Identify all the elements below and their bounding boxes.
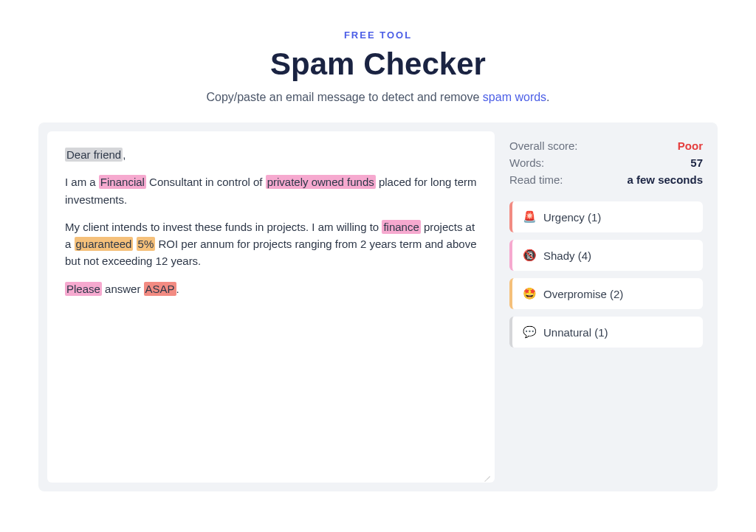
subtitle-post: . xyxy=(546,91,549,103)
highlight-shady[interactable]: Please xyxy=(65,282,102,296)
stats-block: Overall score: Poor Words: 57 Read time:… xyxy=(509,137,703,188)
urgency-icon: 🚨 xyxy=(523,210,536,224)
paragraph-4: Please answer ASAP. xyxy=(65,280,477,297)
stat-value-words: 57 xyxy=(690,156,703,169)
free-tool-badge: FREE TOOL xyxy=(38,30,718,41)
highlight-shady[interactable]: privately owned funds xyxy=(266,175,376,189)
overpromise-icon: 🤩 xyxy=(523,287,536,300)
highlight-shady[interactable]: Financial xyxy=(99,175,146,189)
page-subtitle: Copy/paste an email message to detect an… xyxy=(38,91,718,104)
resize-handle-icon[interactable] xyxy=(481,469,490,478)
stat-label: Overall score: xyxy=(509,139,578,152)
stat-value-readtime: a few seconds xyxy=(627,173,703,186)
stat-label: Read time: xyxy=(509,173,563,186)
paragraph-3: My client intends to invest these funds … xyxy=(65,218,477,270)
unnatural-icon: 💬 xyxy=(523,325,536,339)
category-label: Shady (4) xyxy=(543,249,591,262)
category-label: Urgency (1) xyxy=(543,211,601,224)
editor-textarea[interactable]: Dear friend, I am a Financial Consultant… xyxy=(47,131,495,483)
highlight-overpromise[interactable]: guaranteed xyxy=(75,237,134,251)
highlight-overpromise[interactable]: 5% xyxy=(137,237,156,251)
sidebar: Overall score: Poor Words: 57 Read time:… xyxy=(504,122,718,491)
stat-label: Words: xyxy=(509,156,544,169)
stat-words: Words: 57 xyxy=(509,154,703,171)
stat-value-overall: Poor xyxy=(678,139,703,152)
category-label: Overpromise (2) xyxy=(543,288,623,300)
highlight-unnatural[interactable]: Dear friend xyxy=(65,148,123,162)
category-shady[interactable]: 🔞 Shady (4) xyxy=(509,240,703,271)
highlight-shady[interactable]: finance xyxy=(382,220,420,234)
spam-words-link[interactable]: spam words xyxy=(483,91,546,103)
header: FREE TOOL Spam Checker Copy/paste an ema… xyxy=(38,30,718,104)
category-unnatural[interactable]: 💬 Unnatural (1) xyxy=(509,317,703,348)
highlight-urgency[interactable]: ASAP xyxy=(144,282,176,296)
main-panel: Dear friend, I am a Financial Consultant… xyxy=(38,122,718,491)
stat-readtime: Read time: a few seconds xyxy=(509,171,703,188)
shady-icon: 🔞 xyxy=(523,249,536,262)
page-title: Spam Checker xyxy=(38,46,718,82)
paragraph-1: Dear friend, xyxy=(65,146,477,163)
stat-overall: Overall score: Poor xyxy=(509,137,703,154)
paragraph-2: I am a Financial Consultant in control o… xyxy=(65,173,477,208)
subtitle-pre: Copy/paste an email message to detect an… xyxy=(206,91,482,103)
category-urgency[interactable]: 🚨 Urgency (1) xyxy=(509,201,703,232)
categories-list: 🚨 Urgency (1) 🔞 Shady (4) 🤩 Overpromise … xyxy=(509,201,703,348)
category-label: Unnatural (1) xyxy=(543,326,608,339)
category-overpromise[interactable]: 🤩 Overpromise (2) xyxy=(509,278,703,309)
